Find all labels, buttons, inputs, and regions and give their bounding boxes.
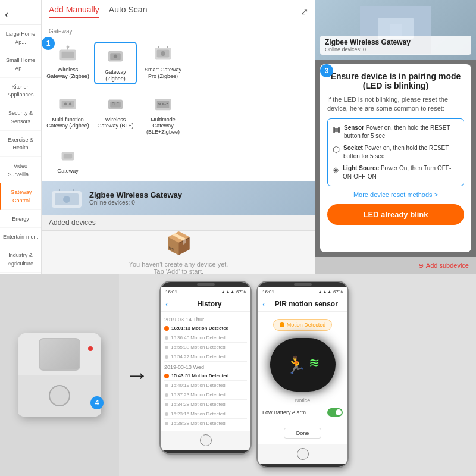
device-row-1: Wireless Gateway (Zigbee) 1 [46,39,311,87]
sidebar-item-entertainment[interactable]: Entertain-ment [0,228,41,246]
device-label: Gateway (Zigbee) [96,69,134,82]
history-home-area [161,431,250,450]
sidebar-item-energy[interactable]: Energy [0,210,41,228]
top-bar: Add Manually Auto Scan ⤢ [42,0,315,23]
history-status-bar: 16:01 ▲▲▲ 67% [161,287,250,297]
sensor-bottom [18,375,101,416]
added-devices-header: Added devices [42,215,315,231]
light-text: Light Source Power On, then Turn OFF-ON-… [343,164,459,181]
svg-rect-23 [64,154,72,158]
motion-lines-icon: ≋ [309,355,320,375]
entry-time: 15:37:23 Motion Detected [171,392,226,397]
fresnel-lens [39,338,80,371]
pir-visual-area: 🏃 ≋ [258,338,347,395]
badge-1: 1 [42,37,55,50]
home-circle-btn[interactable] [200,434,212,446]
svg-point-9 [161,51,165,56]
pairing-modal: Ensure device is in pairing mode (LED is… [320,64,471,252]
device-icon: BLE+Z [148,92,178,115]
device-multi-function-gateway[interactable]: Multi-function Gateway (Zigbee) [46,92,89,130]
history-content: 2019-03-14 Thur 16:01:13 Motion Detected… [161,312,250,431]
tab-group: Add Manually Auto Scan [49,5,147,18]
device-row-2: Multi-function Gateway (Zigbee) BLE Wire… [46,89,311,138]
history-entry-4: 15:54:22 Motion Detected [164,352,247,362]
entry-time: 15:36:40 Motion Detected [171,335,226,340]
device-icon [53,42,83,65]
device-icon [148,42,178,65]
low-battery-toggle[interactable] [327,408,343,416]
phone-pir: 16:01 ▲▲▲ 67% ‹ PIR motion sensor Motion… [256,281,349,468]
device-label: Smart Gateway Pro (Zigbee) [142,67,184,80]
wireless-gateway-icon [56,43,80,64]
sensor-display: 4 [0,274,119,476]
sidebar-item-large-home[interactable]: Large Home Ap... [0,25,41,51]
pir-back-icon[interactable]: ‹ [262,299,265,309]
sensor-body [18,333,101,416]
reset-item-socket: ⬡ Socket Power on, then hold the RESET b… [333,144,459,161]
add-subdevice-bottom[interactable]: ⊕ Add subdevice [418,262,469,270]
expand-icon[interactable]: ⤢ [300,6,308,17]
entry-time: 15:55:38 Motion Detected [171,345,226,350]
tab-add-manually[interactable]: Add Manually [49,5,99,18]
history-back-icon[interactable]: ‹ [165,299,168,309]
device-smart-gateway-pro[interactable]: Smart Gateway Pro (Zigbee) [142,42,184,84]
svg-text:BLE+Z: BLE+Z [158,102,168,106]
done-button[interactable]: Done [284,428,322,439]
entry-dot [164,374,169,378]
sidebar-item-gateway[interactable]: Gateway Control [0,183,41,209]
sidebar-item-exercise[interactable]: Exercise & Health [0,131,41,157]
gateway-plain-icon [56,145,80,165]
sidebar-item-industry[interactable]: Industry & Agriculture [0,246,41,273]
notice-section: Notice Low Battery Alarm [258,395,347,422]
device-label: Multi-function Gateway (Zigbee) [46,117,89,130]
phone-notch [197,283,215,286]
sidebar-item-small-home[interactable]: Small Home Ap... [0,51,41,77]
history-date-2: 2019-03-13 Wed [164,362,247,371]
pir-time: 16:01 [262,289,274,295]
hero-device-info: Zigbee Wireless Gateway Online devices: … [89,190,182,206]
device-icon: BLE [101,92,130,115]
device-wrapper-wireless-zigbee: Wireless Gateway (Zigbee) 1 [46,42,89,84]
entry-time: 15:28:38 Motion Detected [171,421,226,426]
entry-time: 15:40:19 Motion Detected [171,383,226,388]
phones-section: 16:01 ▲▲▲ 67% ‹ History 2019-03-14 Thur … [155,274,476,476]
phone-screen-history: 16:01 ▲▲▲ 67% ‹ History 2019-03-14 Thur … [161,287,250,431]
multi-function-icon [56,93,80,114]
device-gateway-plain[interactable]: Gateway [46,143,89,174]
device-gateway-zigbee[interactable]: Gateway (Zigbee) [94,42,137,84]
history-header: ‹ History [161,297,250,312]
empty-state: 📦 You haven't create any device yet. Tap… [129,231,228,274]
done-area: Done [258,422,347,444]
hero-device-banner: Zigbee Wireless Gateway Online devices: … [42,181,315,215]
phone-notch-area [161,282,250,287]
bottom-bar-right: ⊕ Add subdevice [315,257,476,274]
device-multimode-gateway[interactable]: BLE+Z Multimode Gateway (BLE+Zigbee) [142,92,184,136]
entry-time: 15:54:22 Motion Detected [171,354,226,359]
sidebar-item-kitchen[interactable]: Kitchen Appliances [0,78,41,104]
sidebar-item-security[interactable]: Security & Sensors [0,104,41,130]
arrow-section: → [119,274,155,476]
svg-rect-13 [62,101,74,107]
add-subdevice-bottom-icon: ⊕ [418,262,424,270]
pir-status-text: Motion Detected [287,322,326,328]
device-icon [53,92,83,115]
led-already-blink-button[interactable]: LED already blink [327,204,464,225]
device-icon [101,44,130,68]
more-reset-link[interactable]: More device reset methods > [327,191,464,198]
pir-motion-icons: 🏃 ≋ [286,355,320,375]
hero-device-icon [49,186,84,210]
added-devices-section: Added devices 📦 You haven't create any d… [42,215,315,274]
back-icon[interactable]: ‹ [5,8,8,21]
device-wireless-gateway-ble[interactable]: BLE Wireless Gateway (BLE) [94,92,137,130]
pir-header: ‹ PIR motion sensor [258,297,347,312]
pir-signal: ▲▲▲ 67% [318,289,343,295]
device-label: Gateway [57,168,79,174]
sidebar-item-video[interactable]: Video Surveilla... [0,157,41,183]
tab-auto-scan[interactable]: Auto Scan [109,5,148,18]
history-time: 16:01 [165,289,177,295]
home-circle-pir-btn[interactable] [297,448,309,460]
entry-dot [165,403,168,406]
entry-dot [165,336,168,340]
badge-3: 3 [320,64,333,77]
reset-item-light: ◈ Light Source Power On, then Turn OFF-O… [333,164,459,181]
